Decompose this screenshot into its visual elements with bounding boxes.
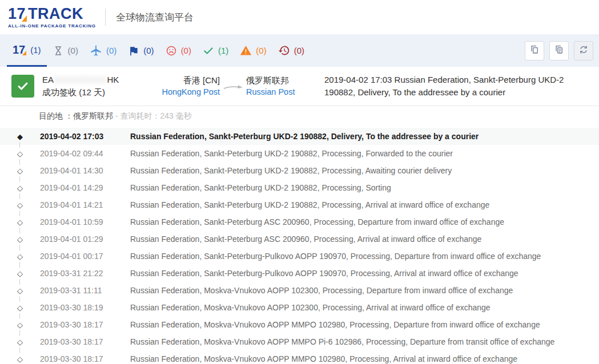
- tab-alert-count: (0): [256, 46, 266, 55]
- destination-meta-bar: 目的地 ： 俄罗斯联邦 - 查询耗时：243 毫秒: [0, 106, 599, 126]
- delivery-status-text: 成功签收 (12 天): [42, 86, 157, 99]
- tab-all-count: (1): [30, 45, 41, 55]
- tab-undelivered[interactable]: (0): [160, 34, 197, 67]
- event-date: 2019-04-02 09:44: [40, 149, 113, 158]
- event-marker-icon: ◇: [17, 179, 33, 196]
- tracking-page: 17 TRACK ALL-IN-ONE PACKAGE TRACKING 全球物…: [0, 0, 599, 364]
- event-description: Russian Federation, Sankt-Peterburg-Pulk…: [130, 269, 599, 278]
- event-description: Russian Federation, Moskva-Vnukovo AOPP …: [130, 286, 599, 295]
- logo-part-track: TRACK: [28, 6, 83, 22]
- event-description: Russian Federation, Sankt-Peterburg UKD-…: [130, 132, 599, 141]
- event-description: Russian Federation, Sankt-Peterburg UKD-…: [130, 149, 599, 158]
- tracking-number-block: EA0000000000HK 成功签收 (12 天): [34, 74, 157, 99]
- destination-carrier-block: 俄罗斯联邦 Russian Post: [246, 74, 317, 99]
- logo-wordmark: 17 TRACK: [8, 6, 96, 22]
- hourglass-icon: [53, 45, 64, 56]
- event-description: Russian Federation, Sankt-Peterburg UKD-…: [130, 200, 599, 209]
- latest-event-summary: 2019-04-02 17:03 Russian Federation, San…: [317, 74, 590, 99]
- event-description: Russian Federation, Sankt-Peterburg UKD-…: [130, 183, 599, 192]
- event-description: Russian Federation, Moskva-Vnukovo AOPP …: [130, 354, 599, 363]
- tab-pick-up[interactable]: (0): [122, 34, 159, 67]
- timeline-row: ◇ 2019-04-01 01:29 Russian Federation, S…: [0, 230, 599, 248]
- event-marker-icon: ◇: [17, 213, 33, 230]
- event-date: 2019-04-01 14:21: [40, 200, 113, 209]
- delivered-status-icon: [11, 75, 34, 98]
- event-date: 2019-03-30 18:17: [40, 354, 113, 363]
- event-date: 2019-04-01 00:17: [40, 252, 113, 261]
- tracking-number: EA0000000000HK: [42, 74, 157, 86]
- event-date: 2019-03-31 11:11: [40, 286, 113, 295]
- tab-in-transit[interactable]: (0): [84, 34, 122, 67]
- tab-delivered-count: (1): [218, 46, 228, 55]
- copy-icon: [529, 45, 540, 57]
- sad-face-icon: [166, 45, 177, 56]
- tab-in-transit-count: (0): [106, 46, 116, 55]
- tab-not-found[interactable]: (0): [47, 34, 84, 67]
- event-marker-icon: ◇: [17, 145, 33, 162]
- package-summary-row[interactable]: EA0000000000HK 成功签收 (12 天) 香港 [CN] HongK…: [0, 67, 599, 106]
- timeline-row: ◇ 2019-03-30 18:17 Russian Federation, M…: [0, 333, 599, 350]
- timeline-row: ◇ 2019-03-31 21:22 Russian Federation, S…: [0, 265, 599, 282]
- destination-value: 俄罗斯联邦: [73, 111, 113, 122]
- origin-carrier-link[interactable]: HongKong Post: [157, 86, 220, 98]
- toolbar: [525, 41, 593, 60]
- tab-expired[interactable]: (0): [272, 34, 310, 67]
- route-arrow-icon: [220, 81, 246, 91]
- event-description: Russian Federation, Sankt-Peterburg ASC …: [130, 217, 599, 227]
- event-description: Russian Federation, Sankt-Peterburg ASC …: [130, 234, 599, 244]
- event-marker-icon: ◇: [17, 333, 33, 350]
- event-marker-icon: ◇: [17, 248, 33, 265]
- timeline-row: ◇ 2019-03-30 18:19 Russian Federation, M…: [0, 299, 599, 316]
- tab-undelivered-count: (0): [181, 46, 191, 55]
- copy-content-icon: [554, 45, 564, 57]
- logo-subtitle: ALL-IN-ONE PACKAGE TRACKING: [8, 23, 96, 29]
- timeline-row: ◇ 2019-04-01 14:21 Russian Federation, S…: [0, 196, 599, 213]
- event-marker-icon: ◇: [17, 282, 33, 299]
- event-date: 2019-04-01 10:59: [40, 217, 113, 227]
- airplane-icon: [90, 45, 102, 57]
- seventeen-logo-icon: 17: [13, 44, 26, 55]
- warning-triangle-icon: [240, 45, 252, 56]
- event-date: 2019-03-31 21:22: [40, 269, 113, 278]
- event-marker-icon: ◇: [17, 299, 33, 316]
- masked-digits: 0000000000: [54, 74, 107, 86]
- refresh-button[interactable]: [574, 41, 593, 60]
- query-time: - 查询耗时：243 毫秒: [115, 111, 192, 122]
- site-title: 全球物流查询平台: [116, 11, 194, 24]
- copy-button[interactable]: [525, 41, 544, 60]
- destination-carrier-link[interactable]: Russian Post: [246, 86, 317, 98]
- tab-alert[interactable]: (0): [234, 34, 272, 67]
- tab-pick-up-count: (0): [143, 46, 154, 55]
- event-description: Russian Federation, Moskva-Vnukovo AOPP …: [130, 320, 599, 329]
- timeline-row: ◇ 2019-04-01 14:29 Russian Federation, S…: [0, 179, 599, 196]
- destination-label: 目的地 ：: [39, 111, 73, 122]
- logo-orange-wedge-icon: [22, 15, 27, 22]
- tab-all[interactable]: 17 (1): [7, 34, 47, 67]
- timeline-row: ◇ 2019-04-01 00:17 Russian Federation, S…: [0, 248, 599, 265]
- header-divider: [105, 9, 106, 26]
- event-marker-icon: ◇: [17, 265, 33, 282]
- timeline-row: ◇ 2019-04-02 09:44 Russian Federation, S…: [0, 145, 599, 162]
- refresh-icon: [578, 45, 589, 57]
- event-date: 2019-03-30 18:17: [40, 337, 113, 346]
- event-marker-icon: ◆: [17, 128, 33, 145]
- destination-region: 俄罗斯联邦: [246, 74, 317, 87]
- timeline-row: ◆ 2019-04-02 17:03 Russian Federation, S…: [0, 128, 599, 145]
- tab-not-found-count: (0): [68, 46, 78, 55]
- event-date: 2019-04-02 17:03: [40, 132, 113, 141]
- event-date: 2019-04-01 01:29: [40, 234, 113, 244]
- origin-region: 香港 [CN]: [157, 74, 220, 87]
- seventeen-track-logo[interactable]: 17 TRACK ALL-IN-ONE PACKAGE TRACKING: [8, 6, 96, 29]
- event-marker-icon: ◇: [17, 316, 33, 333]
- origin-carrier-block: 香港 [CN] HongKong Post: [157, 74, 220, 99]
- event-description: Russian Federation, Moskva-Vnukovo AOPP …: [130, 303, 599, 312]
- tab-delivered[interactable]: (1): [197, 34, 234, 67]
- timeline-row: ◇ 2019-04-01 10:59 Russian Federation, S…: [0, 213, 599, 230]
- flag-icon: [128, 45, 139, 56]
- event-marker-icon: ◇: [17, 196, 33, 213]
- timeline-row: ◇ 2019-03-30 18:17 Russian Federation, M…: [0, 350, 599, 364]
- timeline-row: ◇ 2019-04-01 14:30 Russian Federation, S…: [0, 162, 599, 179]
- copy-content-button[interactable]: [549, 41, 569, 60]
- timeline-row: ◇ 2019-03-30 18:17 Russian Federation, M…: [0, 316, 599, 333]
- tab-expired-count: (0): [294, 46, 304, 55]
